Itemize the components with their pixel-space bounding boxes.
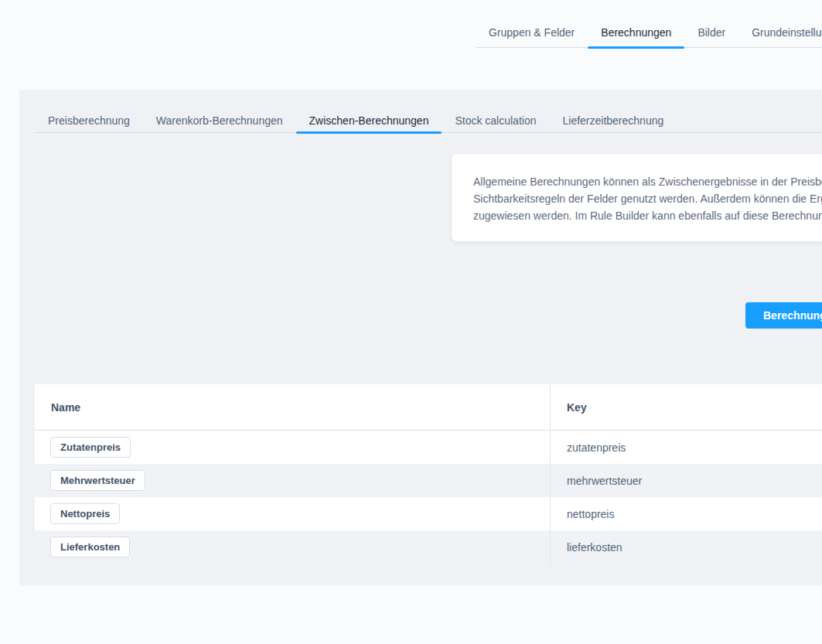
column-header-key: Key <box>550 384 822 430</box>
calculation-name-chip[interactable]: Lieferkosten <box>50 537 130 557</box>
calculation-type-tab-bar: Preisberechnung Warenkorb-Berechnungen Z… <box>35 108 822 133</box>
info-card-text-line: Sichtbarkeitsregeln der Felder genutzt w… <box>473 190 822 207</box>
calculations-table: Name Key Zutatenpreis zutatenpreis Mehrw… <box>35 384 822 564</box>
info-card: Allgemeine Berechnungen können als Zwisc… <box>451 153 822 242</box>
berechnungen-panel: Preisberechnung Warenkorb-Berechnungen Z… <box>19 90 822 585</box>
calculation-name-chip[interactable]: Zutatenpreis <box>50 437 131 458</box>
table-row[interactable]: Zutatenpreis zutatenpreis <box>35 431 822 464</box>
info-card-text-line: zugewiesen werden. Im Rule Builder kann … <box>473 207 822 224</box>
key-cell: mehrwertsteuer <box>550 464 822 497</box>
add-calculation-button[interactable]: Berechnung hinzufügen <box>745 302 822 329</box>
name-cell: Mehrwertsteuer <box>35 464 550 497</box>
module-tab-bar: Gruppen & Felder Berechnungen Bilder Gru… <box>476 17 822 48</box>
tab-zwischen-berechnungen[interactable]: Zwischen-Berechnungen <box>296 108 442 133</box>
tab-grundeinstellungen[interactable]: Grundeinstellungen <box>738 17 822 48</box>
tab-lieferzeitberechnung[interactable]: Lieferzeitberechnung <box>549 108 677 133</box>
name-cell: Nettopreis <box>35 497 550 530</box>
calculation-key: mehrwertsteuer <box>567 475 642 487</box>
table-row[interactable]: Mehrwertsteuer mehrwertsteuer <box>35 464 822 497</box>
calculation-name-chip[interactable]: Nettopreis <box>50 503 120 524</box>
tab-berechnungen[interactable]: Berechnungen <box>588 17 684 48</box>
key-cell: nettopreis <box>550 497 822 530</box>
name-cell: Lieferkosten <box>35 530 550 564</box>
key-cell: zutatenpreis <box>550 431 822 464</box>
table-row[interactable]: Lieferkosten lieferkosten <box>35 530 822 564</box>
table-header-row: Name Key <box>35 384 822 431</box>
info-card-text-line: Allgemeine Berechnungen können als Zwisc… <box>473 173 822 190</box>
column-header-name: Name <box>35 384 550 430</box>
calculation-name-chip[interactable]: Mehrwertsteuer <box>50 470 145 491</box>
calculation-key: zutatenpreis <box>567 441 626 454</box>
tab-stock-calculation[interactable]: Stock calculation <box>442 108 549 133</box>
tab-warenkorb-berechnungen[interactable]: Warenkorb-Berechnungen <box>143 108 296 133</box>
tab-bilder[interactable]: Bilder <box>684 17 738 48</box>
table-row[interactable]: Nettopreis nettopreis <box>35 497 822 530</box>
page: Gruppen & Felder Berechnungen Bilder Gru… <box>0 0 822 644</box>
key-cell: lieferkosten <box>550 530 822 564</box>
calculation-key: lieferkosten <box>567 541 622 554</box>
name-cell: Zutatenpreis <box>35 431 550 464</box>
tab-preisberechnung[interactable]: Preisberechnung <box>35 108 143 133</box>
calculation-key: nettopreis <box>567 508 614 520</box>
tab-gruppen-und-felder[interactable]: Gruppen & Felder <box>476 17 588 48</box>
